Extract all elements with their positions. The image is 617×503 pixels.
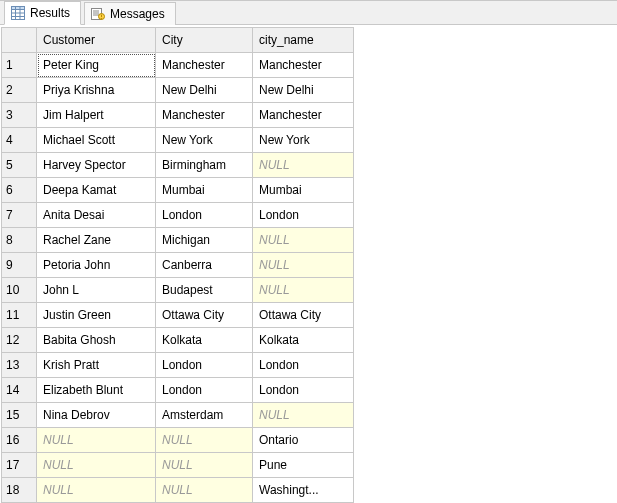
cell-city[interactable]: New Delhi: [156, 78, 253, 103]
table-row[interactable]: 13Krish PrattLondonLondon: [2, 353, 354, 378]
cell-city-name[interactable]: New York: [253, 128, 354, 153]
cell-city[interactable]: Manchester: [156, 53, 253, 78]
row-number[interactable]: 8: [2, 228, 37, 253]
table-row[interactable]: 8Rachel ZaneMichiganNULL: [2, 228, 354, 253]
cell-customer[interactable]: Justin Green: [37, 303, 156, 328]
table-row[interactable]: 1Peter KingManchesterManchester: [2, 53, 354, 78]
table-row[interactable]: 18NULLNULLWashingt...: [2, 478, 354, 503]
row-number[interactable]: 16: [2, 428, 37, 453]
row-number[interactable]: 13: [2, 353, 37, 378]
cell-customer[interactable]: Petoria John: [37, 253, 156, 278]
table-row[interactable]: 3Jim HalpertManchesterManchester: [2, 103, 354, 128]
table-row[interactable]: 10John LBudapestNULL: [2, 278, 354, 303]
cell-customer[interactable]: Jim Halpert: [37, 103, 156, 128]
cell-city[interactable]: Mumbai: [156, 178, 253, 203]
cell-city[interactable]: Birmingham: [156, 153, 253, 178]
table-row[interactable]: 16NULLNULLOntario: [2, 428, 354, 453]
row-number[interactable]: 6: [2, 178, 37, 203]
cell-city-name[interactable]: London: [253, 203, 354, 228]
cell-customer[interactable]: Elizabeth Blunt: [37, 378, 156, 403]
cell-city-name[interactable]: Manchester: [253, 103, 354, 128]
table-row[interactable]: 9Petoria JohnCanberraNULL: [2, 253, 354, 278]
cell-city[interactable]: Amsterdam: [156, 403, 253, 428]
table-row[interactable]: 4Michael ScottNew YorkNew York: [2, 128, 354, 153]
cell-city[interactable]: Budapest: [156, 278, 253, 303]
cell-city-name[interactable]: London: [253, 378, 354, 403]
cell-customer[interactable]: Rachel Zane: [37, 228, 156, 253]
row-number[interactable]: 9: [2, 253, 37, 278]
row-number[interactable]: 5: [2, 153, 37, 178]
cell-city[interactable]: Manchester: [156, 103, 253, 128]
cell-customer[interactable]: Michael Scott: [37, 128, 156, 153]
tab-bar: Results Messages: [0, 1, 617, 25]
header-city[interactable]: City: [156, 28, 253, 53]
table-row[interactable]: 14Elizabeth BluntLondonLondon: [2, 378, 354, 403]
cell-city-name[interactable]: Ottawa City: [253, 303, 354, 328]
cell-customer[interactable]: Peter King: [37, 53, 156, 78]
cell-city[interactable]: New York: [156, 128, 253, 153]
cell-customer[interactable]: NULL: [37, 453, 156, 478]
row-number[interactable]: 7: [2, 203, 37, 228]
cell-city-name[interactable]: NULL: [253, 228, 354, 253]
cell-city-name[interactable]: Pune: [253, 453, 354, 478]
tab-results-label: Results: [30, 6, 70, 20]
table-row[interactable]: 5Harvey SpectorBirminghamNULL: [2, 153, 354, 178]
cell-city-name[interactable]: Mumbai: [253, 178, 354, 203]
cell-city[interactable]: Ottawa City: [156, 303, 253, 328]
cell-customer[interactable]: Anita Desai: [37, 203, 156, 228]
cell-customer[interactable]: Priya Krishna: [37, 78, 156, 103]
svg-point-12: [101, 18, 102, 19]
cell-city-name[interactable]: London: [253, 353, 354, 378]
header-city-name[interactable]: city_name: [253, 28, 354, 53]
cell-city[interactable]: London: [156, 203, 253, 228]
row-number[interactable]: 4: [2, 128, 37, 153]
cell-city[interactable]: NULL: [156, 478, 253, 503]
header-customer[interactable]: Customer: [37, 28, 156, 53]
cell-city-name[interactable]: New Delhi: [253, 78, 354, 103]
table-row[interactable]: 6Deepa KamatMumbaiMumbai: [2, 178, 354, 203]
cell-city[interactable]: Michigan: [156, 228, 253, 253]
row-number[interactable]: 10: [2, 278, 37, 303]
cell-customer[interactable]: John L: [37, 278, 156, 303]
results-grid[interactable]: Customer City city_name 1Peter KingManch…: [1, 27, 354, 503]
row-number[interactable]: 3: [2, 103, 37, 128]
cell-customer[interactable]: Harvey Spector: [37, 153, 156, 178]
cell-city[interactable]: NULL: [156, 428, 253, 453]
cell-city[interactable]: Canberra: [156, 253, 253, 278]
cell-city-name[interactable]: NULL: [253, 153, 354, 178]
table-row[interactable]: 11Justin GreenOttawa CityOttawa City: [2, 303, 354, 328]
row-number[interactable]: 12: [2, 328, 37, 353]
table-row[interactable]: 15Nina DebrovAmsterdamNULL: [2, 403, 354, 428]
cell-city-name[interactable]: NULL: [253, 403, 354, 428]
cell-city[interactable]: London: [156, 378, 253, 403]
cell-customer[interactable]: NULL: [37, 478, 156, 503]
cell-customer[interactable]: NULL: [37, 428, 156, 453]
row-number[interactable]: 15: [2, 403, 37, 428]
row-number[interactable]: 1: [2, 53, 37, 78]
cell-city-name[interactable]: Washingt...: [253, 478, 354, 503]
row-number[interactable]: 11: [2, 303, 37, 328]
table-row[interactable]: 17NULLNULLPune: [2, 453, 354, 478]
cell-customer[interactable]: Deepa Kamat: [37, 178, 156, 203]
cell-city[interactable]: London: [156, 353, 253, 378]
row-number[interactable]: 18: [2, 478, 37, 503]
cell-customer[interactable]: Krish Pratt: [37, 353, 156, 378]
cell-customer[interactable]: Nina Debrov: [37, 403, 156, 428]
table-row[interactable]: 2Priya KrishnaNew DelhiNew Delhi: [2, 78, 354, 103]
cell-city[interactable]: NULL: [156, 453, 253, 478]
row-number[interactable]: 2: [2, 78, 37, 103]
row-number[interactable]: 17: [2, 453, 37, 478]
cell-city-name[interactable]: Ontario: [253, 428, 354, 453]
header-rownum[interactable]: [2, 28, 37, 53]
table-row[interactable]: 7Anita DesaiLondonLondon: [2, 203, 354, 228]
tab-results[interactable]: Results: [4, 1, 81, 25]
cell-customer[interactable]: Babita Ghosh: [37, 328, 156, 353]
cell-city-name[interactable]: Manchester: [253, 53, 354, 78]
table-row[interactable]: 12Babita GhoshKolkataKolkata: [2, 328, 354, 353]
cell-city-name[interactable]: NULL: [253, 278, 354, 303]
cell-city[interactable]: Kolkata: [156, 328, 253, 353]
cell-city-name[interactable]: Kolkata: [253, 328, 354, 353]
row-number[interactable]: 14: [2, 378, 37, 403]
cell-city-name[interactable]: NULL: [253, 253, 354, 278]
tab-messages[interactable]: Messages: [84, 2, 176, 25]
